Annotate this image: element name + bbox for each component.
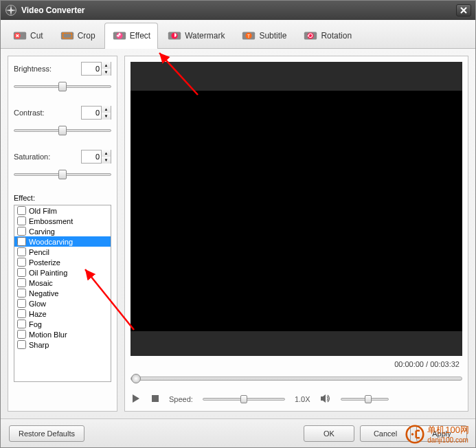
footer: Restore Defaults OK Cancel Apply (1, 418, 475, 447)
apply-button[interactable]: Apply (416, 425, 467, 442)
video-converter-window: Video Converter CutCropEffectWatermarkTS… (0, 0, 476, 448)
effect-item[interactable]: Haze (14, 309, 111, 319)
effect-block: Effect: Old FilmEmbossmentCarvingWoodcar… (14, 194, 111, 382)
effect-item[interactable]: Old Film (14, 205, 111, 216)
effect-item[interactable]: Oil Painting (14, 267, 111, 278)
effect-item[interactable]: Negative (14, 288, 111, 298)
effect-item-label: Oil Painting (29, 269, 67, 277)
effect-checkbox[interactable] (17, 340, 26, 349)
app-logo-icon (5, 4, 17, 16)
cancel-button[interactable]: Cancel (360, 425, 411, 442)
tab-rotation[interactable]: Rotation (295, 23, 359, 48)
watermark-icon (167, 28, 182, 43)
effect-list[interactable]: Old FilmEmbossmentCarvingWoodcarvingPenc… (14, 205, 111, 382)
contrast-spinner[interactable]: ▲▼ (81, 106, 111, 120)
speed-slider[interactable] (203, 398, 285, 401)
speed-value: 1.0X (295, 395, 310, 403)
effect-item-label: Posterize (29, 258, 60, 267)
effect-item-label: Pencil (29, 248, 49, 256)
effect-checkbox[interactable] (17, 216, 26, 225)
tab-cut[interactable]: Cut (5, 23, 51, 48)
saturation-up[interactable]: ▲ (101, 150, 111, 157)
titlebar: Video Converter (1, 1, 475, 20)
effect-checkbox[interactable] (17, 309, 26, 318)
subtitle-icon: T (241, 28, 256, 43)
effect-item[interactable]: Motion Blur (14, 329, 111, 339)
effect-item[interactable]: Posterize (14, 257, 111, 267)
contrast-input[interactable] (82, 109, 101, 117)
effect-item-label: Haze (29, 310, 47, 318)
effect-item-label: Sharp (29, 341, 49, 349)
effect-checkbox[interactable] (17, 237, 26, 246)
effect-item[interactable]: Sharp (14, 339, 111, 350)
effect-checkbox[interactable] (17, 247, 26, 256)
brightness-up[interactable]: ▲ (101, 62, 111, 69)
svg-text:T: T (247, 34, 250, 38)
brightness-spinner[interactable]: ▲▼ (81, 62, 111, 76)
tab-label: Effect (130, 31, 150, 41)
play-icon (131, 393, 141, 404)
brightness-slider[interactable] (14, 85, 111, 88)
effect-checkbox[interactable] (17, 330, 26, 339)
effect-checkbox[interactable] (17, 289, 26, 298)
crop-icon (60, 28, 75, 43)
effect-checkbox[interactable] (17, 320, 26, 328)
saturation-slider[interactable] (14, 173, 111, 176)
play-button[interactable] (131, 393, 141, 405)
tab-subtitle[interactable]: TSubtitle (234, 23, 294, 48)
saturation-control: Saturation: ▲▼ (14, 150, 111, 180)
effect-checkbox[interactable] (17, 206, 26, 215)
effect-checkbox[interactable] (17, 299, 26, 308)
rotation-icon (303, 28, 318, 43)
saturation-down[interactable]: ▼ (101, 157, 111, 164)
effect-label: Effect: (14, 194, 111, 202)
tab-effect[interactable]: Effect (104, 23, 158, 48)
brightness-down[interactable]: ▼ (101, 69, 111, 76)
restore-defaults-button[interactable]: Restore Defaults (9, 425, 84, 442)
close-button[interactable] (456, 4, 471, 16)
tab-label: Subtitle (259, 31, 286, 41)
effect-item[interactable]: Woodcarving (14, 236, 111, 247)
contrast-label: Contrast: (14, 109, 45, 117)
effect-item-label: Embossment (29, 217, 73, 225)
effect-checkbox[interactable] (17, 278, 26, 287)
effect-checkbox[interactable] (17, 268, 26, 277)
effect-item-label: Glow (29, 300, 46, 308)
effects-sidebar: Brightness: ▲▼ Contrast: ▲▼ (8, 56, 117, 412)
contrast-up[interactable]: ▲ (101, 106, 111, 113)
effect-item[interactable]: Carving (14, 226, 111, 236)
effect-item[interactable]: Embossment (14, 216, 111, 226)
progress-slider[interactable] (131, 377, 462, 381)
effect-checkbox[interactable] (17, 258, 26, 267)
tab-crop[interactable]: Crop (52, 23, 103, 48)
volume-icon[interactable] (320, 394, 331, 405)
preview-panel: 00:00:00 / 00:03:32 Speed: 1.0X (124, 56, 468, 412)
tab-watermark[interactable]: Watermark (159, 23, 232, 48)
stop-button[interactable] (151, 394, 159, 404)
effect-checkbox[interactable] (17, 227, 26, 236)
cut-icon (12, 28, 27, 43)
saturation-input[interactable] (82, 153, 101, 161)
effect-item[interactable]: Glow (14, 298, 111, 309)
effect-item-label: Fog (29, 320, 42, 328)
effect-item[interactable]: Mosaic (14, 278, 111, 288)
tab-label: Watermark (185, 31, 225, 41)
time-display: 00:00:00 / 00:03:32 (131, 360, 460, 368)
brightness-label: Brightness: (14, 65, 52, 73)
tabbar: CutCropEffectWatermarkTSubtitleRotation (1, 20, 475, 49)
contrast-slider[interactable] (14, 129, 111, 132)
effect-item-label: Carving (29, 227, 55, 236)
effect-item[interactable]: Pencil (14, 247, 111, 257)
duration: 00:03:32 (430, 360, 460, 368)
effect-item-label: Motion Blur (29, 331, 67, 339)
effect-item[interactable]: Fog (14, 319, 111, 329)
brightness-input[interactable] (82, 65, 101, 73)
volume-slider[interactable] (341, 398, 389, 401)
effect-item-label: Woodcarving (29, 238, 73, 246)
stop-icon (151, 394, 159, 403)
contrast-down[interactable]: ▼ (101, 113, 111, 120)
tab-label: Cut (30, 31, 43, 41)
svg-rect-14 (152, 395, 159, 402)
saturation-spinner[interactable]: ▲▼ (81, 150, 111, 164)
ok-button[interactable]: OK (304, 425, 354, 442)
